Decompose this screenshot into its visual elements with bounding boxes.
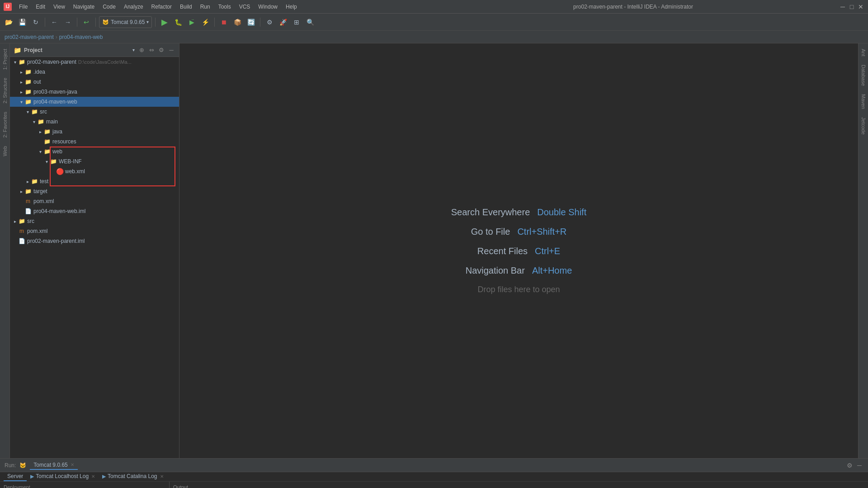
open-btn[interactable]: 📂 xyxy=(3,16,14,28)
sync-btn[interactable]: ↻ xyxy=(30,16,42,28)
tree-item-java[interactable]: ▸ 📁 java xyxy=(10,127,179,137)
coverage-btn[interactable]: ▶̈ xyxy=(186,16,198,28)
run-subtab-server[interactable]: Server xyxy=(4,472,27,481)
sidebar-tab-structure[interactable]: 2: Structure xyxy=(1,74,9,107)
run-settings-btn[interactable]: ⚙ xyxy=(845,461,854,469)
tree-label-main: main xyxy=(46,118,58,125)
sidebar-tab-database[interactable]: Database xyxy=(859,61,868,90)
collapse-btn[interactable]: ⇔ xyxy=(147,46,156,54)
arrow-collapsed: ▸ xyxy=(24,179,31,184)
tree-item-webinf[interactable]: ▾ 📁 WEB-INF xyxy=(10,156,179,166)
menu-run[interactable]: Run xyxy=(197,3,214,11)
menu-edit[interactable]: Edit xyxy=(32,3,49,11)
left-sidebar-tabs: 1: Project 2: Structure 2: Favorites Web xyxy=(0,43,10,458)
deployment-label: Deployment xyxy=(4,484,30,488)
tree-item-webxml[interactable]: ▸ 🔴 web.xml xyxy=(10,166,179,176)
arrow-collapsed: ▸ xyxy=(18,90,24,95)
sep5 xyxy=(214,18,215,27)
folder-out-icon: 📁 xyxy=(24,78,32,85)
layout-btn[interactable]: ⊞ xyxy=(291,16,302,28)
menu-build[interactable]: Build xyxy=(176,3,196,11)
tree-item-pomxml2[interactable]: ▸ m pom.xml xyxy=(10,226,179,236)
menu-vcs[interactable]: VCS xyxy=(236,3,254,11)
run-left-panel: Deployment ✓ pro04-maven-web:war explode… xyxy=(0,482,170,488)
undo-btn[interactable]: ↩ xyxy=(80,16,92,28)
settings-btn-panel[interactable]: ⚙ xyxy=(157,46,165,54)
tree-item-pro03[interactable]: ▸ 📁 pro03-maven-java xyxy=(10,87,179,97)
menu-tools[interactable]: Tools xyxy=(215,3,235,11)
folder-java-icon: 📁 xyxy=(43,128,51,135)
breadcrumb-current[interactable]: pro04-maven-web xyxy=(59,34,103,40)
minimize-panel-btn[interactable]: ─ xyxy=(167,46,175,54)
menu-view[interactable]: View xyxy=(50,3,69,11)
tree-item-pomxml1[interactable]: ▸ m pom.xml xyxy=(10,196,179,206)
close-localhost-tab[interactable]: ✕ xyxy=(91,474,95,479)
sidebar-tab-maven[interactable]: Maven xyxy=(859,90,868,113)
tree-label-out: out xyxy=(33,79,41,85)
tree-item-src[interactable]: ▾ 📁 src xyxy=(10,107,179,117)
locate-btn[interactable]: ⊕ xyxy=(137,46,146,54)
tomcat-dropdown[interactable]: 🐱 Tomcat 9.0.65 ▾ xyxy=(99,16,152,28)
tree-label-web: web xyxy=(52,148,62,155)
sidebar-tab-web[interactable]: Web xyxy=(1,142,9,160)
debug-btn[interactable]: 🐛 xyxy=(172,16,184,28)
close-tab-tomcat[interactable]: ✕ xyxy=(71,462,74,467)
sep2 xyxy=(77,18,77,27)
build-artifacts-btn[interactable]: 📦 xyxy=(231,16,243,28)
folder-web-icon: 📁 xyxy=(43,148,51,155)
menu-bar: File Edit View Navigate Code Analyze Ref… xyxy=(15,3,427,11)
sidebar-tab-favorites[interactable]: 2: Favorites xyxy=(1,108,9,141)
tree-item-out[interactable]: ▸ 📁 out xyxy=(10,77,179,87)
tree-label-pro04: pro04-maven-web xyxy=(33,99,77,105)
deploy-btn[interactable]: 🚀 xyxy=(277,16,289,28)
tree-item-iml2[interactable]: ▸ 📄 pro02-maven-parent.iml xyxy=(10,236,179,246)
tree-item-test[interactable]: ▸ 📁 test xyxy=(10,176,179,186)
tree-item-root[interactable]: ▾ 📁 pro02-maven-parent D:\code\JavaCode\… xyxy=(10,57,179,67)
stop-btn[interactable]: ⏹ xyxy=(218,16,230,28)
breadcrumb-parent[interactable]: pro02-maven-parent xyxy=(5,34,54,40)
menu-code[interactable]: Code xyxy=(99,3,119,11)
profile-btn[interactable]: ⚡ xyxy=(199,16,211,28)
menu-refactor[interactable]: Refactor xyxy=(148,3,175,11)
tree-item-target[interactable]: ▸ 📁 target xyxy=(10,186,179,196)
shortcut-key-goto: Ctrl+Shift+R xyxy=(517,227,566,237)
save-btn[interactable]: 💾 xyxy=(16,16,28,28)
shortcut-label-goto: Go to File xyxy=(471,227,510,237)
run-subtab-localhost[interactable]: ▶ Tomcat Localhost Log ✕ xyxy=(27,472,99,481)
xml-icon: 🔴 xyxy=(56,168,63,175)
menu-window[interactable]: Window xyxy=(255,3,281,11)
search-everywhere-btn[interactable]: 🔍 xyxy=(304,16,316,28)
close-catalina-tab[interactable]: ✕ xyxy=(160,474,164,479)
run-minimize-btn[interactable]: ─ xyxy=(855,461,863,469)
tree-label-src2: src xyxy=(27,218,34,224)
tree-item-pro04[interactable]: ▾ 📁 pro04-maven-web xyxy=(10,97,179,107)
sidebar-tab-ant[interactable]: Ant xyxy=(859,45,868,60)
sidebar-tab-jetcode[interactable]: Jetcode xyxy=(859,114,868,138)
menu-navigate[interactable]: Navigate xyxy=(70,3,98,11)
run-panel: Run: 🐱 Tomcat 9.0.65 ✕ ⚙ ─ Server ▶ Tomc… xyxy=(0,458,868,488)
tree-item-iml1[interactable]: ▸ 📄 pro04-maven-web.iml xyxy=(10,206,179,216)
back-btn[interactable]: ← xyxy=(48,16,60,28)
reload-btn[interactable]: 🔄 xyxy=(245,16,257,28)
tree-item-main[interactable]: ▾ 📁 main xyxy=(10,117,179,127)
fwd-btn[interactable]: → xyxy=(62,16,74,28)
run-tab-tomcat[interactable]: Tomcat 9.0.65 ✕ xyxy=(30,461,77,470)
dropdown-arrow-icon: ▾ xyxy=(146,19,149,24)
tree-item-web[interactable]: ▾ 📁 web xyxy=(10,147,179,156)
minimize-button[interactable]: ─ xyxy=(839,3,846,10)
menu-help[interactable]: Help xyxy=(282,3,301,11)
tree-label-target: target xyxy=(33,188,47,194)
menu-file[interactable]: File xyxy=(15,3,31,11)
close-button[interactable]: ✕ xyxy=(857,3,864,10)
iml-icon1: 📄 xyxy=(24,208,32,215)
tree-item-resources[interactable]: ▸ 📁 resources xyxy=(10,137,179,147)
run-subtab-catalina[interactable]: ▶ Tomcat Catalina Log ✕ xyxy=(99,472,167,481)
maximize-button[interactable]: □ xyxy=(848,3,855,10)
sidebar-tab-project[interactable]: 1: Project xyxy=(1,45,9,73)
settings-btn[interactable]: ⚙ xyxy=(264,16,275,28)
run-button[interactable]: ▶ xyxy=(159,16,170,28)
tree-item-idea[interactable]: ▸ 📁 .idea xyxy=(10,67,179,77)
menu-analyze[interactable]: Analyze xyxy=(120,3,147,11)
tree-item-src2[interactable]: ▸ 📁 src xyxy=(10,216,179,226)
main-layout: 1: Project 2: Structure 2: Favorites Web… xyxy=(0,43,868,458)
